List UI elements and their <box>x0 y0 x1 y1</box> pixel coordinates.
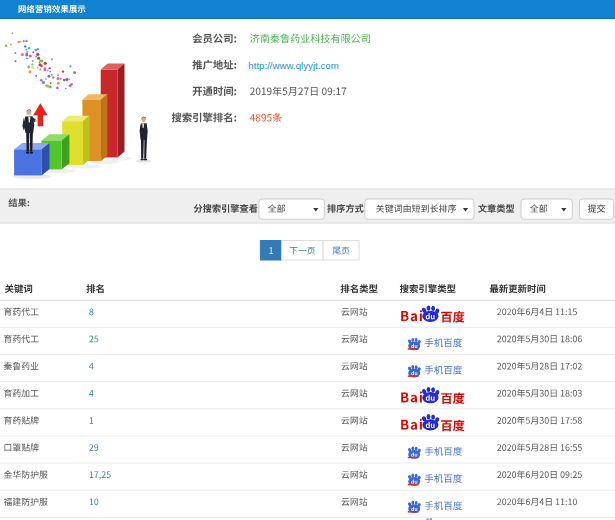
svg-text:http://www.qlyyjt.com: http://www.qlyyjt.com <box>248 60 338 71</box>
